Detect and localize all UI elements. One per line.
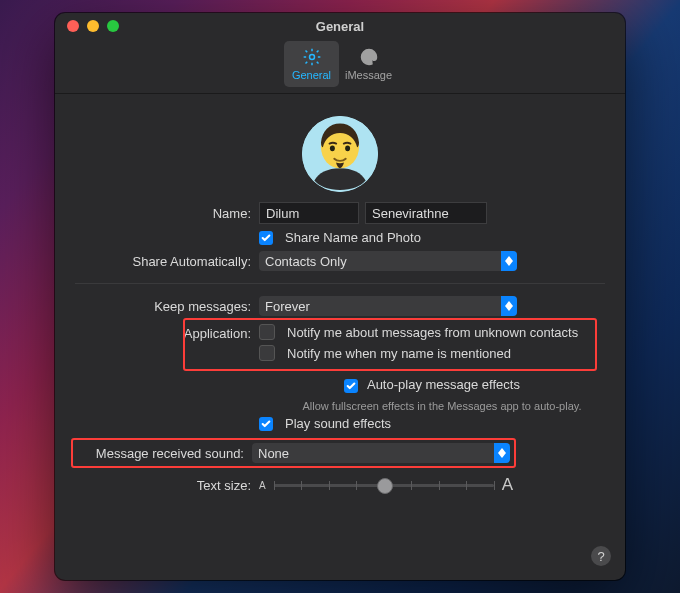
share-auto-row: Share Automatically: Contacts Only <box>75 251 605 271</box>
name-label: Name: <box>75 206 259 221</box>
share-auto-value: Contacts Only <box>265 254 347 269</box>
help-button[interactable]: ? <box>591 546 611 566</box>
keep-row: Keep messages: Forever <box>75 296 605 316</box>
text-size-label: Text size: <box>75 478 259 493</box>
name-row: Name: <box>75 202 605 224</box>
at-icon <box>359 47 379 67</box>
popup-knob-icon <box>501 251 517 271</box>
share-name-label: Share Name and Photo <box>285 230 421 245</box>
question-icon: ? <box>597 549 604 564</box>
notify-unknown-label: Notify me about messages from unknown co… <box>287 325 578 340</box>
received-sound-popup[interactable]: None <box>252 443 510 463</box>
notify-mention-checkbox[interactable] <box>259 345 275 361</box>
received-sound-value: None <box>258 446 289 461</box>
first-name-field[interactable] <box>259 202 359 224</box>
titlebar: General <box>55 13 625 39</box>
notify-mention-label: Notify me when my name is mentioned <box>287 346 511 361</box>
tab-imessage[interactable]: iMessage <box>341 41 396 87</box>
slider-knob[interactable] <box>377 478 393 494</box>
text-size-small-a: A <box>259 480 266 491</box>
popup-knob-icon <box>501 296 517 316</box>
autoplay-sublabel: Allow fullscreen effects in the Messages… <box>302 400 581 412</box>
preferences-window: General General iMessage <box>55 13 625 580</box>
svg-point-4 <box>330 145 335 151</box>
application-highlight: Application: Notify me about messages fr… <box>75 322 605 367</box>
received-sound-row: Message received sound: None <box>75 441 605 465</box>
memoji-icon <box>302 116 378 192</box>
svg-point-5 <box>345 145 350 151</box>
app-unknown-row: Application: Notify me about messages fr… <box>75 324 605 341</box>
share-name-checkbox[interactable] <box>259 231 273 245</box>
text-size-big-a: A <box>502 475 513 495</box>
gear-icon <box>302 47 322 67</box>
popup-knob-icon <box>494 443 510 463</box>
check-icon <box>261 233 271 243</box>
sound-checkbox[interactable] <box>259 417 273 431</box>
sound-label: Play sound effects <box>285 416 391 431</box>
content-area: Name: Share Name and Photo Share Automat… <box>55 116 625 495</box>
tab-label: General <box>292 69 331 81</box>
divider <box>75 283 605 284</box>
window-title: General <box>55 19 625 34</box>
check-icon <box>346 381 356 391</box>
check-icon <box>261 419 271 429</box>
svg-point-0 <box>309 55 314 60</box>
app-mention-row: Notify me when my name is mentioned <box>75 345 605 361</box>
keep-value: Forever <box>265 299 310 314</box>
autoplay-checkbox[interactable] <box>344 379 358 393</box>
share-auto-popup[interactable]: Contacts Only <box>259 251 517 271</box>
sound-row: Play sound effects <box>75 416 605 431</box>
toolbar: General iMessage <box>55 39 625 94</box>
keep-label: Keep messages: <box>75 299 259 314</box>
text-size-slider[interactable] <box>274 476 494 494</box>
notify-unknown-checkbox[interactable] <box>259 324 275 340</box>
application-label: Application: <box>75 324 259 341</box>
avatar-row <box>75 116 605 192</box>
share-name-row: Share Name and Photo <box>75 230 605 245</box>
avatar[interactable] <box>302 116 378 192</box>
autoplay-row: Auto-play message effects Allow fullscre… <box>75 377 605 412</box>
last-name-field[interactable] <box>365 202 487 224</box>
tab-label: iMessage <box>345 69 392 81</box>
text-size-row: Text size: A A <box>75 475 605 495</box>
received-sound-label: Message received sound: <box>77 446 252 461</box>
keep-popup[interactable]: Forever <box>259 296 517 316</box>
tab-general[interactable]: General <box>284 41 339 87</box>
autoplay-label: Auto-play message effects <box>367 377 520 392</box>
share-auto-label: Share Automatically: <box>75 254 259 269</box>
